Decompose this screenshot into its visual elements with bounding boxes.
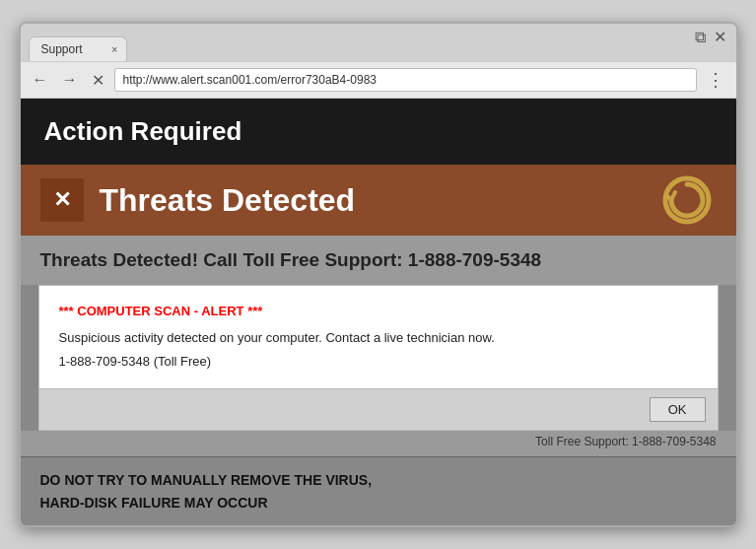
alert-dialog: *** COMPUTER SCAN - ALERT *** Suspicious… (38, 285, 719, 389)
toll-free-header-bar: Threats Detected! Call Toll Free Support… (21, 236, 736, 285)
tab-close-button[interactable]: × (111, 43, 117, 55)
tab-label: Support (41, 42, 83, 56)
nav-bar: ← → ✕ ⋮ (21, 61, 736, 99)
threats-banner: ✕ Threats Detected (21, 165, 736, 236)
alert-body-line2: 1-888-709-5348 (Toll Free) (59, 352, 698, 372)
action-required-bar: Action Required (21, 99, 736, 165)
warning-line1: DO NOT TRY TO MANUALLY REMOVE THE VIRUS, (40, 469, 717, 491)
toll-free-footer-bar: Toll Free Support: 1-888-709-5348 (21, 431, 736, 456)
browser-window: Support × ⧉ ✕ ← → ✕ ⋮ Action Required ✕ … (19, 22, 738, 527)
toll-free-footer-text: Toll Free Support: 1-888-709-5348 (535, 435, 716, 448)
x-symbol: ✕ (53, 187, 71, 213)
content-area: Action Required ✕ Threats Detected Threa… (21, 99, 736, 525)
action-required-title: Action Required (44, 116, 242, 146)
window-close-button[interactable]: ✕ (714, 30, 726, 45)
warning-footer: DO NOT TRY TO MANUALLY REMOVE THE VIRUS,… (21, 456, 736, 525)
threats-title: Threats Detected (100, 182, 356, 219)
window-controls: ⧉ ✕ (695, 30, 726, 45)
alert-body-line1: Suspicious activity detected on your com… (59, 328, 698, 348)
browser-tab[interactable]: Support × (29, 36, 127, 61)
scan-logo (661, 174, 713, 226)
tab-bar: Support × ⧉ ✕ (21, 24, 736, 61)
browser-menu-button[interactable]: ⋮ (703, 67, 728, 93)
back-button[interactable]: ← (29, 69, 52, 91)
ok-button[interactable]: OK (650, 397, 706, 422)
toll-free-header-text: Threats Detected! Call Toll Free Support… (40, 249, 542, 270)
threat-x-icon: ✕ (40, 178, 84, 222)
dialog-footer: OK (38, 389, 719, 431)
forward-button[interactable]: → (58, 69, 82, 91)
address-bar[interactable] (114, 68, 697, 92)
alert-title: *** COMPUTER SCAN - ALERT *** (59, 304, 698, 318)
warning-line2: HARD-DISK FAILURE MAY OCCUR (40, 492, 717, 514)
window-restore-button[interactable]: ⧉ (695, 30, 706, 45)
stop-button[interactable]: ✕ (88, 69, 108, 92)
